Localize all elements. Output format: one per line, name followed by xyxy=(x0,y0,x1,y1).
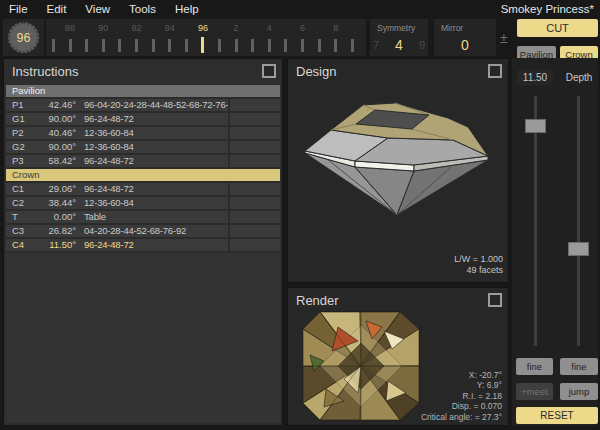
depth-value[interactable]: 11.50 xyxy=(517,70,553,85)
symmetry-control[interactable]: Symmetry 7 4 9 xyxy=(370,19,428,56)
mirror-value: 0 xyxy=(434,37,496,53)
row-code-cell: C1 xyxy=(6,183,42,195)
jump-button[interactable]: jump xyxy=(560,383,598,400)
row-code-cell: P3 xyxy=(6,155,42,167)
instruction-row-g1[interactable]: G190.00°96-24-48-72 xyxy=(6,113,280,127)
render-stat-line: X: -20.7° xyxy=(421,370,502,381)
render-stats: X: -20.7°Y: 6.9°R.I. = 2.18Disp. = 0.070… xyxy=(421,370,502,423)
instruction-row-p2[interactable]: P240.46°12-36-60-84 xyxy=(6,127,280,141)
instructions-panel: Instructions PavilionP142.46°96-04-20-24… xyxy=(3,58,283,426)
row-extra-cell xyxy=(228,127,280,139)
depth-slider-track[interactable] xyxy=(577,96,580,346)
menu-view[interactable]: View xyxy=(85,3,110,15)
instruction-row-p1[interactable]: P142.46°96-04-20-24-28-44-48-52-68-72-76… xyxy=(6,99,280,113)
row-extra-cell xyxy=(228,225,280,237)
instruction-row-t[interactable]: T0.00°Table xyxy=(6,211,280,225)
menu-help[interactable]: Help xyxy=(175,3,199,15)
meet-button[interactable]: +meet xyxy=(516,383,553,400)
ruler-tick xyxy=(152,39,155,52)
ruler-index-label: 1 xyxy=(358,23,366,33)
document-title: Smokey Princess* xyxy=(501,3,600,15)
popout-icon[interactable] xyxy=(262,64,276,78)
render-panel: Render xyxy=(287,287,509,426)
row-idx-cell: 96-24-48-72 xyxy=(76,113,228,125)
angle-slider-handle[interactable] xyxy=(525,119,546,133)
row-idx-cell: 96-24-48-72 xyxy=(76,183,228,195)
menu-tools[interactable]: Tools xyxy=(129,3,156,15)
render-gem-image xyxy=(300,309,422,423)
depth-label: Depth xyxy=(558,72,600,83)
ruler-tick xyxy=(318,39,321,52)
plus-minus-icon[interactable]: ± xyxy=(500,30,508,46)
symmetry-next-value: 9 xyxy=(419,39,425,51)
ruler-current-tick xyxy=(201,37,204,53)
row-angle-cell: 40.46° xyxy=(42,127,76,139)
depth-slider-handle[interactable] xyxy=(568,242,589,256)
popout-icon[interactable] xyxy=(488,64,502,78)
instruction-row-g2[interactable]: G290.00°12-36-60-84 xyxy=(6,141,280,155)
instruction-row-c4[interactable]: C411.50°96-24-48-72 xyxy=(6,239,280,253)
angle-slider-track[interactable] xyxy=(534,96,537,346)
row-extra-cell xyxy=(228,141,280,153)
menu-file[interactable]: File xyxy=(9,3,28,15)
lw-ratio: L/W = 1.000 xyxy=(454,254,503,265)
row-angle-cell: 42.46° xyxy=(42,99,76,111)
ruler-index-label: 2 xyxy=(225,23,247,33)
reset-button[interactable]: RESET xyxy=(516,407,598,424)
facet-group-header-crown[interactable]: Crown xyxy=(6,169,280,183)
ruler-tick xyxy=(218,39,221,52)
fine-left-button[interactable]: fine xyxy=(516,358,553,375)
ruler-index-label: 6 xyxy=(46,23,48,33)
row-code-cell: T xyxy=(6,211,42,223)
index-dial[interactable]: 96 xyxy=(8,22,39,53)
index-ruler[interactable]: 6889092949624681 xyxy=(46,19,366,56)
row-angle-cell: 58.42° xyxy=(42,155,76,167)
mirror-control[interactable]: Mirror 0 xyxy=(434,19,496,56)
fine-right-button[interactable]: fine xyxy=(560,358,598,375)
popout-icon[interactable] xyxy=(488,293,502,307)
instruction-row-c2[interactable]: C238.44°12-36-60-84 xyxy=(6,197,280,211)
ruler-tick xyxy=(135,39,138,52)
ruler-index-label: 92 xyxy=(126,23,148,33)
row-code-cell: P1 xyxy=(6,99,42,111)
ruler-tick xyxy=(85,39,88,52)
ruler-tick xyxy=(334,39,337,52)
instruction-row-c3[interactable]: C326.82°04-20-28-44-52-68-76-92 xyxy=(6,225,280,239)
instruction-row-c1[interactable]: C129.06°96-24-48-72 xyxy=(6,183,280,197)
design-3d-view[interactable] xyxy=(293,93,498,223)
instructions-table: PavilionP142.46°96-04-20-24-28-44-48-52-… xyxy=(6,85,280,423)
ruler-index-label: 90 xyxy=(92,23,114,33)
instruction-row-p3[interactable]: P358.42°96-24-48-72 xyxy=(6,155,280,169)
row-idx-cell: 12-36-60-84 xyxy=(76,197,228,209)
mirror-label: Mirror xyxy=(441,23,463,33)
design-titlebar: Design xyxy=(288,59,508,84)
ruler-tick xyxy=(52,39,55,52)
design-title: Design xyxy=(296,64,336,79)
row-extra-cell xyxy=(228,197,280,209)
design-info: L/W = 1.000 49 facets xyxy=(454,254,503,276)
design-panel: Design xyxy=(287,58,509,283)
ruler-tick xyxy=(251,39,254,52)
row-idx-cell: 12-36-60-84 xyxy=(76,127,228,139)
ruler-current-index-label: 96 xyxy=(192,23,214,33)
row-extra-cell xyxy=(228,155,280,167)
cut-button[interactable]: CUT xyxy=(517,19,598,37)
ruler-tick xyxy=(118,39,121,52)
symmetry-label: Symmetry xyxy=(377,23,415,33)
render-stat-line: Critical angle: = 27.3° xyxy=(421,412,502,423)
facet-count: 49 facets xyxy=(454,265,503,276)
row-code-cell: C3 xyxy=(6,225,42,237)
instructions-titlebar: Instructions xyxy=(4,59,282,84)
app-window: File Edit View Tools Help Smokey Princes… xyxy=(0,0,600,430)
row-code-cell: G2 xyxy=(6,141,42,153)
row-idx-cell: 96-24-48-72 xyxy=(76,239,228,251)
row-extra-cell xyxy=(228,183,280,195)
facet-group-header-pavilion[interactable]: Pavilion xyxy=(6,85,280,99)
row-extra-cell xyxy=(228,99,280,111)
row-idx-cell: Table xyxy=(76,211,228,223)
row-angle-cell: 26.82° xyxy=(42,225,76,237)
ruler-tick xyxy=(168,39,171,52)
ruler-index-label: 94 xyxy=(159,23,181,33)
ruler-tick xyxy=(301,39,304,52)
menu-edit[interactable]: Edit xyxy=(47,3,67,15)
